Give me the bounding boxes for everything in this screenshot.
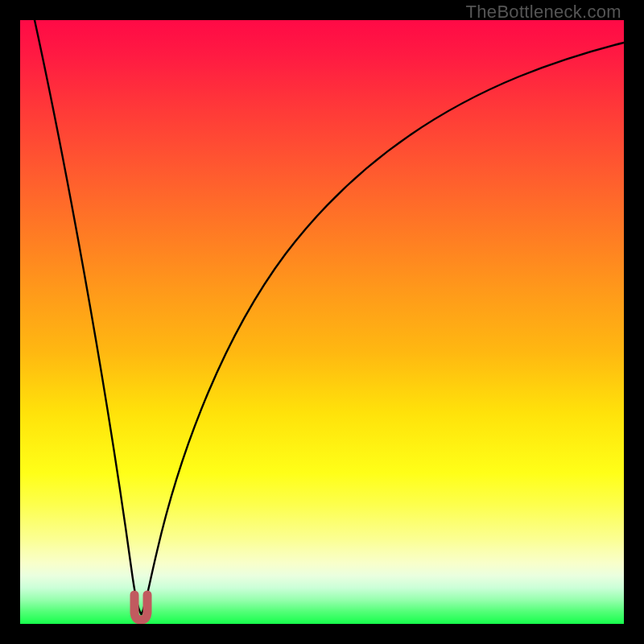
- curve-layer: [20, 20, 624, 624]
- chart-frame: TheBottleneck.com: [0, 0, 644, 644]
- plot-area: [20, 20, 624, 624]
- u-marker: [134, 595, 147, 620]
- bottleneck-curve-path: [35, 20, 624, 614]
- watermark-text: TheBottleneck.com: [466, 2, 621, 23]
